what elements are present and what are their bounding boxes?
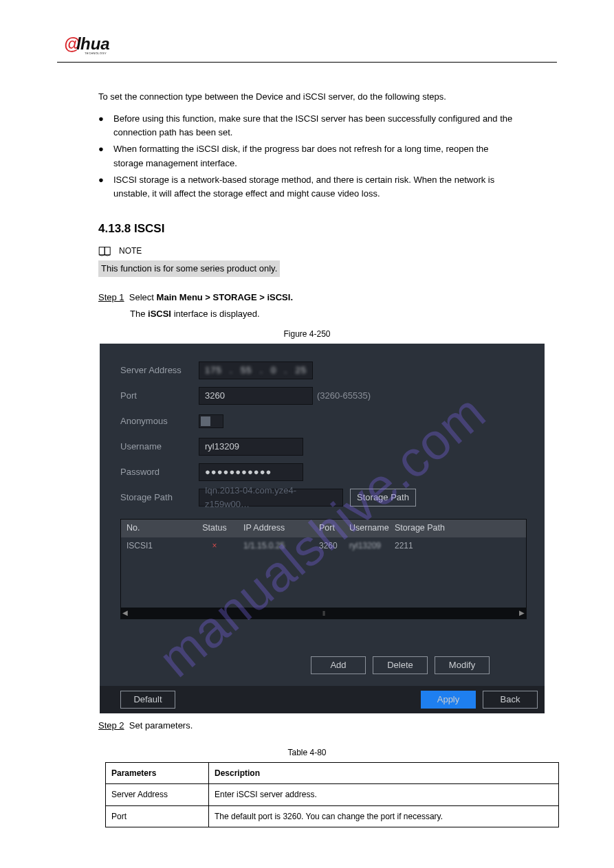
storage-path-button[interactable]: Storage Path <box>350 489 416 507</box>
th-param: Parameters <box>106 762 209 784</box>
server-address-input[interactable]: 175.55.0.25 <box>199 361 313 379</box>
table-scrollbar[interactable]: ◀ ||| ▶ <box>121 608 526 619</box>
bullet-3: ISCSI storage is a network-based storage… <box>113 173 516 201</box>
back-button[interactable]: Back <box>483 691 538 709</box>
anonymous-toggle[interactable] <box>199 414 223 428</box>
step2-head: Step 2 <box>98 720 124 731</box>
username-input[interactable]: ryl13209 <box>199 438 303 456</box>
parameters-table: Parameters Description Server Address En… <box>105 762 559 828</box>
table-caption: Table 4-80 <box>98 746 516 759</box>
bullet-1: Before using this function, make sure th… <box>113 112 516 140</box>
default-button[interactable]: Default <box>120 691 175 709</box>
label-server: Server Address <box>120 364 199 377</box>
bullet-icon: ● <box>98 142 113 170</box>
table-row: Server Address Enter iSCSI server addres… <box>106 784 559 806</box>
apply-button[interactable]: Apply <box>421 691 476 709</box>
figure-caption: Figure 4-250 <box>98 328 516 341</box>
th-ip: IP Address <box>241 522 316 535</box>
note-text: This function is for some series product… <box>98 260 280 277</box>
iscsi-ui: manualshive.com Server Address 175.55.0.… <box>100 344 545 713</box>
th-no: No. <box>121 522 188 535</box>
th-spath: Storage Path <box>392 522 526 535</box>
status-x-icon: × <box>188 539 241 553</box>
svg-rect-4 <box>99 247 105 254</box>
step1-head: Step 1 <box>98 292 124 302</box>
th-user: Username <box>347 522 392 535</box>
label-pass: Password <box>120 465 199 479</box>
port-input[interactable]: 3260 <box>199 387 313 405</box>
th-port: Port <box>316 522 347 535</box>
svg-rect-5 <box>105 247 110 254</box>
label-spath: Storage Path <box>120 491 199 504</box>
password-input[interactable]: ●●●●●●●●●●● <box>199 463 303 481</box>
brand-logo: @ l hua TECHNOLOGY <box>64 34 557 55</box>
note-label: NOTE <box>119 245 142 258</box>
label-anon: Anonymous <box>120 414 199 428</box>
label-port: Port <box>120 389 199 403</box>
storage-path-input[interactable]: Iqn.2013-04.com.yze4-z159w00… <box>199 489 343 507</box>
scroll-left-icon[interactable]: ◀ <box>121 608 129 619</box>
step1-line2: The iSCSI interface is displayed. <box>130 307 516 321</box>
modify-button[interactable]: Modify <box>435 656 490 674</box>
bullet-icon: ● <box>98 112 113 140</box>
step2-body: Set parameters. <box>129 720 193 731</box>
note-icon <box>98 246 112 257</box>
section-title: 4.13.8 ISCSI <box>98 220 516 238</box>
table-row[interactable]: ISCSI1 × 1/1.15.0.25 3260 ryl13209 2211 <box>121 537 526 554</box>
add-button[interactable]: Add <box>311 656 366 674</box>
svg-text:hua: hua <box>80 34 110 53</box>
iscsi-table: No. Status IP Address Port Username Stor… <box>120 519 527 619</box>
th-desc: Description <box>209 762 559 784</box>
th-status: Status <box>188 522 241 535</box>
label-user: Username <box>120 440 199 454</box>
scroll-right-icon[interactable]: ▶ <box>518 608 526 619</box>
svg-text:TECHNOLOGY: TECHNOLOGY <box>85 52 107 55</box>
table-row: Port The default port is 3260. You can c… <box>106 805 559 827</box>
delete-button[interactable]: Delete <box>373 656 428 674</box>
port-hint: (3260-65535) <box>317 389 371 403</box>
intro-text: To set the connection type between the D… <box>98 90 516 104</box>
step1-body: Select Main Menu > STORAGE > iSCSI. <box>129 292 293 302</box>
bullet-icon: ● <box>98 173 113 201</box>
bullet-2: When formatting the iSCSI disk, if the p… <box>113 142 516 170</box>
